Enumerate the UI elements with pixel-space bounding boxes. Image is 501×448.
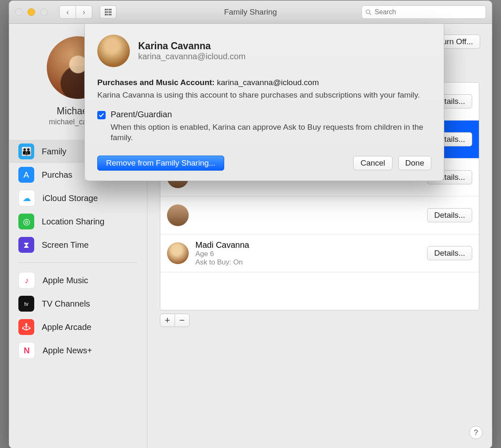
checkmark-icon — [99, 112, 104, 118]
member-avatar — [167, 204, 189, 226]
arcade-icon: 🕹 — [18, 319, 34, 335]
show-all-button[interactable] — [100, 5, 116, 19]
zoom-window-button[interactable] — [40, 8, 48, 16]
sheet-actions: Remove from Family Sharing... Cancel Don… — [97, 156, 431, 171]
remove-from-family-button[interactable]: Remove from Family Sharing... — [97, 156, 224, 171]
help-button[interactable]: ? — [469, 426, 483, 439]
sidebar-item-apple-music[interactable]: ♪ Apple Music — [9, 269, 147, 292]
close-window-button[interactable] — [15, 8, 23, 16]
sheet-avatar — [97, 35, 130, 67]
member-ask-to-buy: Ask to Buy: On — [195, 258, 420, 267]
add-member-button[interactable]: + — [160, 314, 175, 327]
tv-icon: tv — [18, 296, 34, 312]
minimize-window-button[interactable] — [28, 8, 35, 16]
search-field[interactable] — [362, 5, 486, 19]
parent-guardian-row: Parent/Guardian — [97, 110, 431, 119]
sidebar-item-label: Apple Music — [43, 276, 88, 285]
cancel-button[interactable]: Cancel — [353, 156, 392, 170]
family-member-row[interactable]: Details... — [160, 196, 479, 234]
purchases-section: Purchases and Music Account: karina_cava… — [97, 78, 431, 101]
chevron-right-icon: › — [83, 8, 85, 17]
member-details-sheet: Karina Cavanna karina_cavanna@icloud.com… — [84, 23, 444, 181]
parent-guardian-description: When this option is enabled, Karina can … — [111, 122, 431, 143]
details-button[interactable]: Details... — [427, 246, 472, 260]
sidebar-item-apple-arcade[interactable]: 🕹 Apple Arcade — [9, 315, 147, 339]
search-icon — [365, 9, 372, 15]
svg-line-1 — [369, 13, 371, 15]
sheet-member-email: karina_cavanna@icloud.com — [138, 52, 245, 61]
list-edit-buttons: + − — [160, 314, 479, 327]
sidebar-item-apple-news[interactable]: N Apple News+ — [9, 339, 147, 362]
family-icon: 👪 — [18, 143, 34, 159]
purchases-account-email: karina_cavanna@icloud.com — [217, 78, 319, 87]
sidebar-item-tv-channels[interactable]: tv TV Channels — [9, 292, 147, 315]
sidebar-item-label: TV Channels — [42, 299, 90, 309]
details-button[interactable]: Details... — [427, 208, 472, 222]
sidebar-item-label: Apple News+ — [43, 346, 92, 355]
preferences-window: ‹ › Family Sharing Michael C michael_cav… — [9, 0, 492, 448]
parent-guardian-checkbox[interactable] — [97, 111, 106, 119]
member-name: Madi Cavanna — [195, 240, 420, 250]
window-controls — [15, 8, 48, 16]
sheet-member-name: Karina Cavanna — [138, 40, 245, 52]
sidebar-item-location-sharing[interactable]: ◎ Location Sharing — [9, 210, 147, 233]
nav-buttons: ‹ › — [59, 5, 92, 19]
music-icon: ♪ — [18, 272, 35, 289]
sheet-header: Karina Cavanna karina_cavanna@icloud.com — [97, 35, 431, 67]
purchases-description: Karina Cavanna is using this account to … — [97, 90, 431, 101]
back-button[interactable]: ‹ — [59, 5, 76, 19]
member-age: Age 6 — [195, 250, 420, 258]
family-member-row-empty — [160, 272, 479, 310]
appstore-icon: A — [18, 167, 34, 183]
sidebar-item-label: Screen Time — [42, 240, 89, 250]
search-input[interactable] — [374, 8, 482, 16]
family-member-row[interactable]: Madi Cavanna Age 6 Ask to Buy: On Detail… — [160, 234, 479, 272]
location-icon: ◎ — [18, 214, 34, 229]
purchases-title: Purchases and Music Account: — [97, 78, 215, 87]
parent-guardian-label: Parent/Guardian — [111, 110, 172, 119]
sidebar-divider — [18, 262, 138, 263]
member-avatar — [167, 242, 189, 264]
forward-button[interactable]: › — [76, 5, 92, 19]
titlebar: ‹ › Family Sharing — [9, 1, 492, 24]
sidebar-item-label: Family — [42, 147, 66, 156]
remove-member-button[interactable]: − — [175, 314, 190, 327]
news-icon: N — [18, 342, 35, 359]
chevron-left-icon: ‹ — [66, 8, 69, 17]
sidebar-item-label: Location Sharing — [42, 217, 104, 227]
svg-point-0 — [366, 10, 370, 14]
hourglass-icon: ⧗ — [18, 237, 34, 253]
grid-icon — [105, 9, 111, 15]
done-button[interactable]: Done — [398, 156, 431, 170]
sidebar-item-screen-time[interactable]: ⧗ Screen Time — [9, 233, 147, 257]
sidebar-item-label: Apple Arcade — [42, 322, 91, 332]
sidebar-item-label: iCloud Storage — [43, 194, 98, 203]
sidebar-item-label: Purchas — [42, 170, 72, 180]
sidebar-item-icloud-storage[interactable]: ☁︎ iCloud Storage — [9, 186, 147, 210]
cloud-icon: ☁︎ — [18, 190, 35, 206]
